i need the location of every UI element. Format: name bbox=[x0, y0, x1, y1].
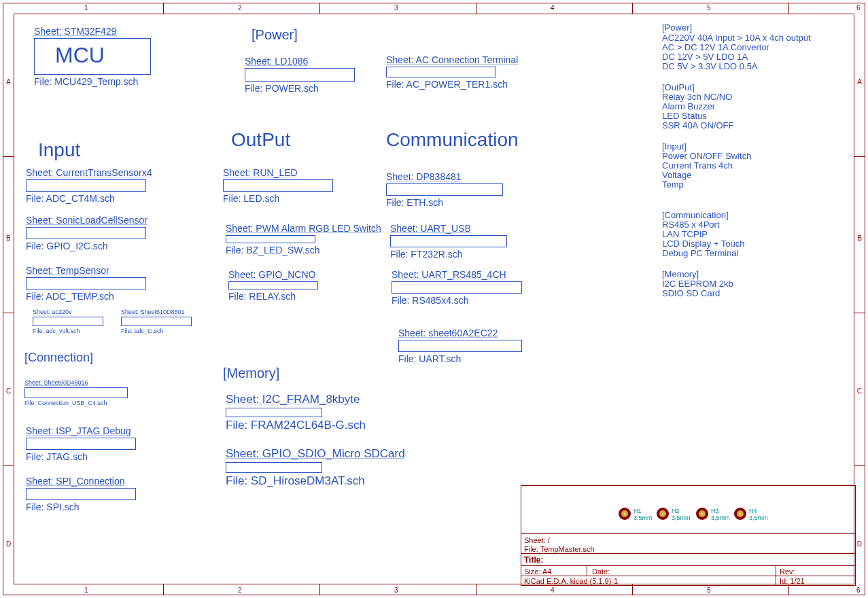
note-in-h: [Input] bbox=[662, 142, 687, 152]
sheet-pwmrgb[interactable]: Sheet: PWM Alarm RGB LED Switch File: BZ… bbox=[226, 223, 402, 256]
sheet-ld1086[interactable]: Sheet: LD1086 File: POWER.sch bbox=[245, 56, 360, 94]
sheet-spi[interactable]: Sheet: SPI_Connection File: SPI.sch bbox=[26, 476, 189, 512]
ruler-col-b3: 3 bbox=[394, 586, 398, 594]
tb-tool: KiCad E.D.A. kicad (5.1.9)-1 bbox=[524, 577, 618, 585]
tick bbox=[854, 313, 865, 313]
sheet-title: Sheet: SonicLoadCellSensor bbox=[26, 215, 203, 226]
note-in-4: Temp bbox=[662, 180, 684, 190]
note-out-h: [OutPut] bbox=[662, 83, 695, 92]
sheet-title: Sheet: Sheet610D8501 bbox=[121, 309, 196, 315]
sheet-mcu[interactable]: Sheet: STM32F429 MCU File: MCU429_Temp.s… bbox=[34, 26, 156, 87]
tick bbox=[854, 465, 865, 466]
sheet-dp838481[interactable]: Sheet: DP838481 File: ETH.sch bbox=[386, 171, 542, 208]
tick bbox=[3, 313, 14, 313]
sheet-60a2ec22[interactable]: Sheet: sheet60A2EC22 File: UART.sch bbox=[398, 328, 555, 364]
mcu-label: MCU bbox=[55, 43, 105, 68]
sheet-title: Sheet: RUN_LED bbox=[223, 167, 379, 178]
ruler-col-b5: 5 bbox=[707, 586, 711, 594]
note-out-1: Relay 3ch NC/NO bbox=[662, 92, 732, 102]
ruler-col-4: 4 bbox=[551, 4, 555, 12]
sheet-file: File: adc_tc.sch bbox=[121, 328, 196, 334]
ruler-row-rb: B bbox=[857, 234, 862, 242]
tick bbox=[788, 584, 789, 595]
ruler-col-1: 1 bbox=[84, 4, 88, 12]
ruler-col-6: 6 bbox=[856, 4, 861, 12]
tb-sheet: Sheet: / bbox=[524, 536, 550, 544]
tb-file: File: TempMaster.sch bbox=[524, 545, 595, 553]
note-mem-1: I2C EEPROM 2kb bbox=[662, 279, 733, 289]
sheet-title: Sheet: UART_USB bbox=[390, 223, 546, 234]
tick bbox=[632, 3, 633, 14]
schematic-page: 1 2 3 4 5 6 1 2 3 4 5 6 A B C D A B C D … bbox=[0, 0, 868, 598]
note-comm-4: Debug PC Terminal bbox=[662, 249, 738, 258]
sheet-file: File: MCU429_Temp.sch bbox=[34, 76, 156, 87]
note-comm-3: LCD Display + Touch bbox=[662, 239, 745, 249]
sheet-fram[interactable]: Sheet: I2C_FRAM_8kbyte File: FRAM24CL64B… bbox=[226, 393, 430, 432]
sheet-sonic[interactable]: Sheet: SonicLoadCellSensor File: GPIO_I2… bbox=[26, 215, 203, 251]
sheet-title: Sheet: AC Connection Terminal bbox=[386, 54, 542, 65]
note-power-h: [Power] bbox=[662, 23, 692, 33]
tick bbox=[319, 3, 320, 14]
note-mem-h: [Memory] bbox=[662, 270, 699, 279]
title-block: Sheet: / File: TempMaster.sch Title: Siz… bbox=[521, 485, 856, 586]
sheet-file: File: FRAM24CL64B-G.sch bbox=[226, 419, 430, 432]
sheet-title: Sheet: CurrentTransSensorx4 bbox=[26, 167, 203, 178]
sheet-title: Sheet: GPIO_SDIO_Micro SDCard bbox=[226, 447, 470, 461]
tick bbox=[3, 156, 14, 157]
sheet-file: File: Connection_USB_C4.sch bbox=[24, 400, 133, 406]
sheet-tempsensor[interactable]: Sheet: TempSensor File: ADC_TEMP.sch bbox=[26, 265, 203, 302]
sheet-uart-usb[interactable]: Sheet: UART_USB File: FT232R.sch bbox=[390, 223, 546, 260]
note-power-1: AC220V 40A Input > 10A x 4ch output bbox=[662, 33, 811, 43]
sheet-sdio[interactable]: Sheet: GPIO_SDIO_Micro SDCard File: SD_H… bbox=[226, 447, 470, 488]
tick bbox=[632, 584, 633, 595]
sheet-title: Sheet: DP838481 bbox=[386, 171, 542, 182]
sheet-ac-terminal[interactable]: Sheet: AC Connection Terminal File: AC_P… bbox=[386, 54, 542, 90]
ruler-row-rd: D bbox=[857, 540, 862, 548]
sheet-file: File: POWER.sch bbox=[245, 83, 360, 94]
sheet-runled[interactable]: Sheet: RUN_LED File: LED.sch bbox=[223, 167, 379, 204]
note-mem-2: SDIO SD Card bbox=[662, 289, 720, 298]
ruler-col-b1: 1 bbox=[84, 586, 88, 594]
sheet-title: Sheet: STM32F429 bbox=[34, 26, 156, 37]
ruler-col-b6: 6 bbox=[856, 586, 861, 594]
ruler-col-5: 5 bbox=[707, 4, 711, 12]
sheet-file: File: RELAY.sch bbox=[228, 291, 385, 302]
note-in-1: Power ON/OFF Switch bbox=[662, 152, 751, 161]
sheet-uart-rs485[interactable]: Sheet: UART_RS485_4CH File: RS485x4.sch bbox=[392, 269, 548, 306]
sheet-file: File: UART.sch bbox=[398, 353, 555, 364]
sheet-gpioncno[interactable]: Sheet: GPIO_NCNO File: RELAY.sch bbox=[228, 269, 385, 302]
sheet-ac220v[interactable]: Sheet: ac220v File: adc_volt.sch bbox=[33, 309, 107, 334]
tick bbox=[319, 584, 320, 595]
connection-header: [Connection] bbox=[24, 351, 93, 365]
input-header: Input bbox=[38, 139, 80, 161]
note-comm-h: [Communication] bbox=[662, 211, 729, 220]
sheet-jtag[interactable]: Sheet: ISP_JTAG Debug File: JTAG.sch bbox=[26, 425, 182, 462]
sheet-file: File: RS485x4.sch bbox=[392, 295, 548, 306]
ruler-row-a: A bbox=[6, 78, 11, 86]
note-out-2: Alarm Buzzer bbox=[662, 102, 715, 111]
tick bbox=[163, 3, 164, 14]
sheet-610d8501[interactable]: Sheet: Sheet610D8501 File: adc_tc.sch bbox=[121, 309, 196, 334]
output-header: OutPut bbox=[231, 129, 290, 151]
ruler-row-c: C bbox=[6, 387, 11, 395]
sheet-title: Sheet: LD1086 bbox=[245, 56, 360, 67]
tick bbox=[476, 584, 476, 595]
sheet-60d48016[interactable]: Sheet: Sheet60D48016 File: Connection_US… bbox=[24, 379, 133, 406]
sheet-title: Sheet: GPIO_NCNO bbox=[228, 269, 385, 280]
sheet-file: File: GPIO_I2C.sch bbox=[26, 241, 203, 251]
ruler-col-2: 2 bbox=[238, 4, 242, 12]
note-out-4: SSR 40A ON/OFF bbox=[662, 121, 733, 130]
sheet-title: Sheet: UART_RS485_4CH bbox=[392, 269, 548, 280]
communication-header: Communication bbox=[386, 129, 519, 151]
sheet-file: File: AC_POWER_TER1.sch bbox=[386, 79, 542, 90]
ruler-row-ra: A bbox=[857, 78, 862, 86]
sheet-title: Sheet: ac220v bbox=[33, 309, 107, 315]
sheet-title: Sheet: ISP_JTAG Debug bbox=[26, 425, 182, 436]
ruler-row-b: B bbox=[6, 234, 11, 242]
note-out-3: LED Status bbox=[662, 111, 707, 121]
power-header: [Power] bbox=[251, 27, 298, 43]
sheet-title: Sheet: SPI_Connection bbox=[26, 476, 189, 487]
sheet-file: File: ETH.sch bbox=[386, 197, 542, 208]
sheet-file: File: FT232R.sch bbox=[390, 249, 546, 260]
sheet-ctx4[interactable]: Sheet: CurrentTransSensorx4 File: ADC_CT… bbox=[26, 167, 203, 204]
